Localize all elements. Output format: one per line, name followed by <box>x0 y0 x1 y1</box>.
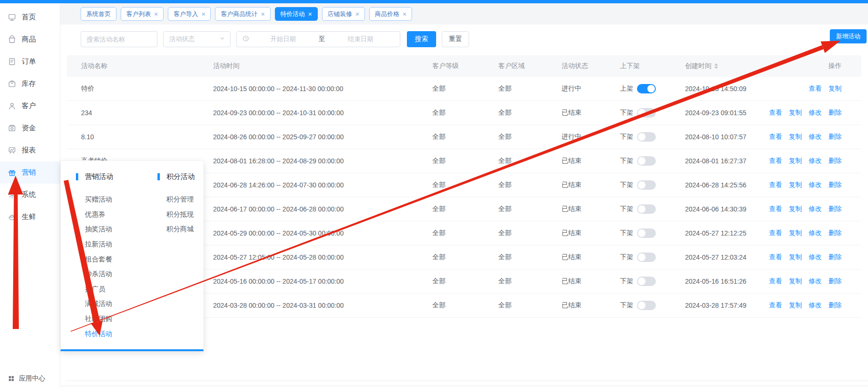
close-icon[interactable]: × <box>403 11 406 17</box>
action-copy-link[interactable]: 复制 <box>789 133 802 141</box>
close-icon[interactable]: × <box>261 11 265 17</box>
shelf-toggle[interactable] <box>637 156 656 166</box>
search-button[interactable]: 搜索 <box>407 31 436 47</box>
sort-icon[interactable] <box>714 63 718 69</box>
action-edit-link[interactable]: 修改 <box>809 229 822 237</box>
toggle-knob <box>638 205 645 213</box>
action-edit-link[interactable]: 修改 <box>809 133 822 141</box>
status-select[interactable]: 活动状态 <box>163 31 231 47</box>
sidebar-item-marketing[interactable]: 营销 <box>0 161 60 184</box>
shelf-toggle[interactable] <box>637 108 656 118</box>
action-view-link[interactable]: 查看 <box>769 133 782 141</box>
flyout-item-community-group[interactable]: 社区团购 <box>76 312 143 327</box>
shelf-toggle[interactable] <box>637 180 656 190</box>
action-delete-link[interactable]: 删除 <box>828 229 842 237</box>
close-icon[interactable]: × <box>308 11 312 17</box>
action-copy-link[interactable]: 复制 <box>789 301 802 310</box>
action-view-link[interactable]: 查看 <box>769 157 782 165</box>
action-delete-link[interactable]: 删除 <box>828 109 842 117</box>
action-delete-link[interactable]: 删除 <box>828 253 842 261</box>
action-edit-link[interactable]: 修改 <box>809 301 822 310</box>
flyout-item-lottery[interactable]: 抽奖活动 <box>76 222 143 237</box>
action-edit-link[interactable]: 修改 <box>809 253 822 261</box>
action-edit-link[interactable]: 修改 <box>809 157 822 165</box>
sidebar-item-reports[interactable]: 报表 <box>0 139 60 161</box>
shelf-toggle[interactable] <box>637 204 656 214</box>
flyout-item-discount[interactable]: 满减活动 <box>76 296 143 312</box>
close-icon[interactable]: × <box>154 11 158 17</box>
clock-icon <box>242 35 249 44</box>
shelf-toggle[interactable] <box>637 228 656 238</box>
action-view-link[interactable]: 查看 <box>809 84 822 93</box>
action-copy-link[interactable]: 复制 <box>789 277 802 286</box>
sidebar-item-goods[interactable]: 商品 <box>0 28 60 51</box>
shelf-toggle[interactable] <box>637 253 656 262</box>
action-copy-link[interactable]: 复制 <box>789 229 802 237</box>
date-range-picker[interactable]: 开始日期 至 结束日期 <box>236 31 400 47</box>
flyout-item-new-user[interactable]: 拉新活动 <box>76 237 143 252</box>
action-delete-link[interactable]: 删除 <box>828 205 842 213</box>
action-delete-link[interactable]: 删除 <box>828 133 842 141</box>
sidebar-item-label: 商品 <box>22 35 36 44</box>
flyout-item-coupon[interactable]: 优惠券 <box>76 207 143 222</box>
action-copy-link[interactable]: 复制 <box>789 157 802 165</box>
action-copy-link[interactable]: 复制 <box>828 84 842 93</box>
flyout-item-special-price[interactable]: 特价活动 <box>76 326 143 341</box>
shelf-toggle[interactable] <box>637 84 656 93</box>
tab-label: 店铺装修 <box>328 10 352 18</box>
cell-shelf: 下架 <box>620 204 685 214</box>
action-delete-link[interactable]: 删除 <box>828 301 842 310</box>
flyout-item-promoter[interactable]: 推广员 <box>76 282 143 297</box>
flyout-item-points-manage[interactable]: 积分管理 <box>157 192 195 207</box>
shelf-toggle[interactable] <box>637 301 656 310</box>
action-copy-link[interactable]: 复制 <box>789 253 802 261</box>
tab-system-home[interactable]: 系统首页 <box>81 7 116 21</box>
sidebar-item-home[interactable]: 首页 <box>0 6 60 28</box>
sidebar-item-inventory[interactable]: 库存 <box>0 73 60 95</box>
action-view-link[interactable]: 查看 <box>769 229 782 237</box>
action-view-link[interactable]: 查看 <box>769 301 782 310</box>
action-copy-link[interactable]: 复制 <box>789 181 802 189</box>
tab-goods-price[interactable]: 商品价格 × <box>369 7 412 21</box>
sidebar-item-fresh[interactable]: 生鲜 <box>0 206 60 228</box>
sidebar-item-system[interactable]: 系统 <box>0 184 60 206</box>
action-view-link[interactable]: 查看 <box>769 181 782 189</box>
action-delete-link[interactable]: 删除 <box>828 181 842 189</box>
close-icon[interactable]: × <box>201 11 205 17</box>
flyout-item-combo[interactable]: 组合套餐 <box>76 252 143 267</box>
action-copy-link[interactable]: 复制 <box>789 205 802 213</box>
sidebar-item-funds[interactable]: 资金 <box>0 117 60 139</box>
action-delete-link[interactable]: 删除 <box>828 277 842 286</box>
close-icon[interactable]: × <box>355 11 359 17</box>
tab-special-price[interactable]: 特价活动 × <box>275 7 318 21</box>
action-edit-link[interactable]: 修改 <box>809 277 822 286</box>
flyout-item-seckill[interactable]: 秒杀活动 <box>76 267 143 282</box>
tab-customer-list[interactable]: 客户列表 × <box>121 7 164 21</box>
cell-shelf: 下架 <box>620 180 685 190</box>
shelf-toggle[interactable] <box>637 132 656 142</box>
flyout-item-points-mall[interactable]: 积分商城 <box>157 222 195 237</box>
action-view-link[interactable]: 查看 <box>769 109 782 117</box>
action-view-link[interactable]: 查看 <box>769 205 782 213</box>
action-edit-link[interactable]: 修改 <box>809 109 822 117</box>
tab-customer-goods-stats[interactable]: 客户商品统计 × <box>215 7 270 21</box>
action-edit-link[interactable]: 修改 <box>809 181 822 189</box>
flyout-item-points-deduct[interactable]: 积分抵现 <box>157 207 195 222</box>
sidebar-item-label: 系统 <box>22 190 36 199</box>
action-view-link[interactable]: 查看 <box>769 277 782 286</box>
action-view-link[interactable]: 查看 <box>769 253 782 261</box>
tab-customer-import[interactable]: 客户导入 × <box>168 7 211 21</box>
flyout-item-buy-gift[interactable]: 买赠活动 <box>76 192 143 207</box>
column-header[interactable]: 创建时间 <box>685 62 794 70</box>
search-input[interactable] <box>81 31 157 47</box>
shelf-toggle[interactable] <box>637 277 656 286</box>
action-edit-link[interactable]: 修改 <box>809 205 822 213</box>
sidebar-item-orders[interactable]: 订单 <box>0 51 60 73</box>
reset-button[interactable]: 重置 <box>442 31 469 47</box>
sidebar-item-app-center[interactable]: 应用中心 <box>8 374 45 383</box>
action-copy-link[interactable]: 复制 <box>789 109 802 117</box>
action-delete-link[interactable]: 删除 <box>828 157 842 165</box>
add-activity-button[interactable]: 新增活动 <box>830 29 867 43</box>
sidebar-item-customers[interactable]: 客户 <box>0 95 60 117</box>
tab-shop-design[interactable]: 店铺装修 × <box>322 7 365 21</box>
